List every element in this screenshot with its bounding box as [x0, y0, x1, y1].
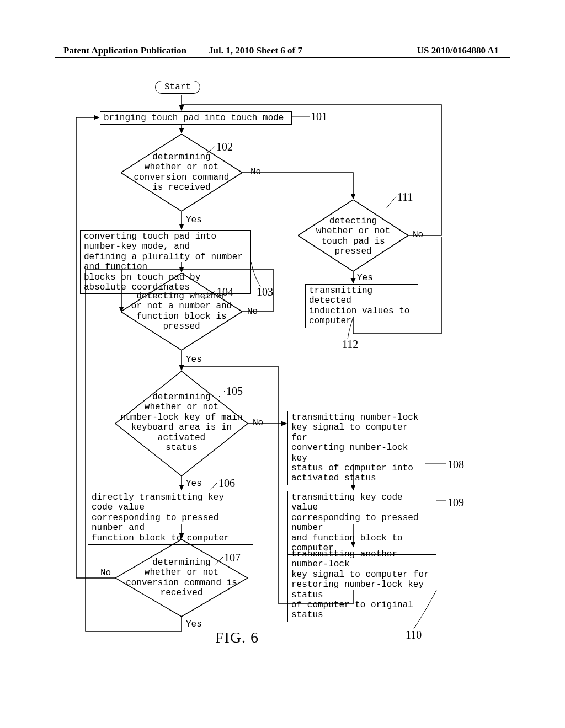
header-left: Patent Application Publication: [63, 45, 209, 56]
svg-line-17: [207, 146, 215, 153]
figure-label: FIG. 6: [215, 629, 259, 646]
header-rule: [55, 57, 510, 58]
svg-line-18: [217, 390, 225, 399]
svg-line-23: [386, 196, 396, 208]
flow-lines: [0, 72, 565, 695]
svg-line-20: [214, 557, 223, 565]
header-right: US 2010/0164880 A1: [354, 45, 499, 56]
flowchart-canvas: 101 102 103 104 105 106 107 108 109 110 …: [0, 72, 565, 695]
header-center: Jul. 1, 2010 Sheet 6 of 7: [209, 45, 354, 56]
svg-line-16: [204, 291, 215, 299]
svg-line-19: [210, 483, 217, 491]
